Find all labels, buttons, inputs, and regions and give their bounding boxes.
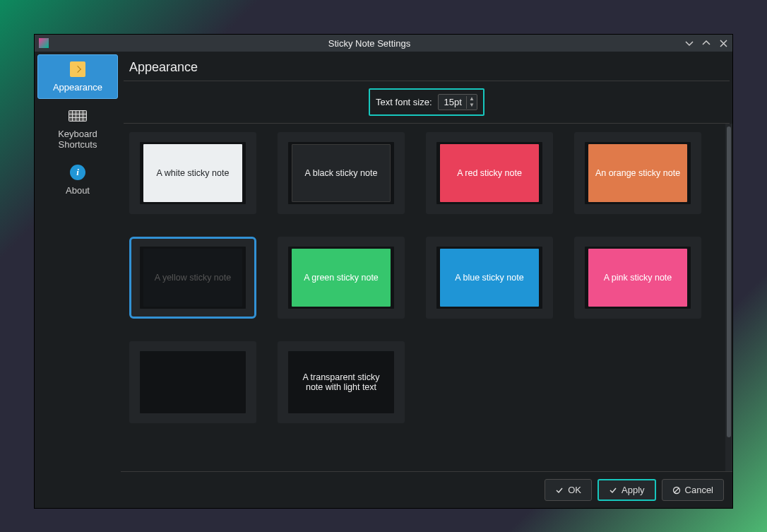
titlebar-buttons	[684, 38, 728, 48]
themes-area: A white sticky noteA black sticky noteA …	[121, 124, 732, 471]
dialog-footer: OK Apply Cancel	[121, 471, 732, 508]
button-label: Apply	[622, 485, 645, 495]
sidebar: Appearance Keyboard Shortcuts i About	[35, 52, 121, 508]
sidebar-item-label: Appearance	[53, 82, 102, 93]
sidebar-item-label: Keyboard Shortcuts	[40, 129, 115, 150]
theme-swatch	[143, 353, 242, 411]
theme-swatch: A yellow sticky note	[143, 249, 242, 307]
font-size-control: Text font size: 15pt ▲ ▼	[369, 88, 484, 116]
sidebar-item-keyboard-shortcuts[interactable]: Keyboard Shortcuts	[37, 102, 118, 155]
theme-card[interactable]: A white sticky note	[129, 132, 256, 214]
theme-card[interactable]: A black sticky note	[278, 132, 405, 214]
themes-grid: A white sticky noteA black sticky noteA …	[129, 128, 731, 423]
maximize-icon[interactable]	[701, 38, 711, 48]
keyboard-icon	[68, 107, 88, 124]
dialog-body: Appearance Keyboard Shortcuts i About Ap…	[35, 52, 732, 508]
sidebar-item-label: About	[66, 185, 90, 196]
appearance-icon	[68, 61, 88, 78]
theme-swatch-wrap: A pink sticky note	[585, 247, 691, 309]
theme-card[interactable]: A pink sticky note	[574, 237, 701, 319]
theme-swatch: A green sticky note	[292, 249, 391, 307]
theme-swatch-wrap: A yellow sticky note	[140, 247, 246, 309]
font-size-spinbox[interactable]: 15pt ▲ ▼	[438, 94, 477, 110]
theme-card[interactable]: A transparent sticky note with light tex…	[278, 341, 405, 423]
check-icon	[609, 486, 617, 495]
font-size-label: Text font size:	[376, 97, 432, 107]
theme-swatch: A white sticky note	[143, 144, 242, 202]
info-icon: i	[68, 164, 88, 181]
theme-swatch-wrap: A red sticky note	[436, 142, 542, 204]
theme-swatch: A black sticky note	[292, 144, 391, 202]
theme-swatch: A blue sticky note	[440, 249, 539, 307]
theme-card[interactable]: A blue sticky note	[426, 237, 553, 319]
theme-swatch: A transparent sticky note with light tex…	[292, 353, 391, 411]
theme-swatch: An orange sticky note	[588, 144, 687, 202]
sidebar-item-appearance[interactable]: Appearance	[37, 54, 118, 99]
content-pane: Appearance Text font size: 15pt ▲ ▼ A w	[121, 52, 732, 508]
spinbox-arrows: ▲ ▼	[466, 96, 477, 109]
titlebar: Sticky Note Settings	[35, 35, 732, 52]
theme-swatch-wrap: A black sticky note	[288, 142, 394, 204]
cancel-icon	[672, 486, 681, 495]
ok-button[interactable]: OK	[545, 479, 592, 501]
scrollbar[interactable]	[725, 124, 732, 471]
scrollbar-thumb[interactable]	[727, 126, 731, 437]
check-icon	[555, 486, 564, 495]
button-label: OK	[568, 485, 581, 495]
theme-card[interactable]	[129, 341, 256, 423]
close-icon[interactable]	[718, 38, 728, 48]
sidebar-item-about[interactable]: i About	[37, 158, 118, 201]
spin-down-icon[interactable]: ▼	[467, 102, 477, 109]
theme-card[interactable]: A green sticky note	[278, 237, 405, 319]
font-size-value: 15pt	[439, 95, 466, 110]
theme-swatch-wrap: A transparent sticky note with light tex…	[288, 351, 394, 413]
theme-swatch-wrap: A blue sticky note	[436, 247, 542, 309]
apply-button[interactable]: Apply	[597, 479, 656, 501]
window-title: Sticky Note Settings	[54, 38, 684, 49]
settings-dialog: Sticky Note Settings Appearance K	[35, 35, 732, 508]
theme-swatch-wrap: An orange sticky note	[585, 142, 691, 204]
theme-swatch: A red sticky note	[440, 144, 539, 202]
theme-card[interactable]: A yellow sticky note	[129, 237, 256, 319]
app-icon	[39, 38, 49, 48]
minimize-icon[interactable]	[684, 38, 694, 48]
cancel-button[interactable]: Cancel	[662, 479, 724, 501]
theme-swatch: A pink sticky note	[588, 249, 687, 307]
theme-swatch-wrap	[140, 351, 246, 413]
theme-card[interactable]: A red sticky note	[426, 132, 553, 214]
theme-swatch-wrap: A white sticky note	[140, 142, 246, 204]
theme-card[interactable]: An orange sticky note	[574, 132, 701, 214]
theme-swatch-wrap: A green sticky note	[288, 247, 394, 309]
page-title: Appearance	[121, 52, 732, 81]
font-size-row: Text font size: 15pt ▲ ▼	[121, 81, 732, 123]
button-label: Cancel	[685, 485, 713, 495]
